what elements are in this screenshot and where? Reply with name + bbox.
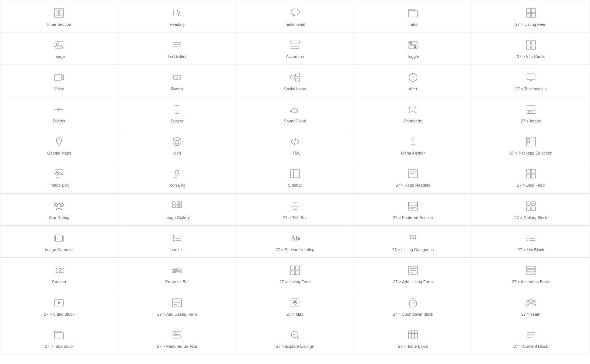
cell-27-add-listing-form-2[interactable]: 27 > Add Listing Form	[118, 290, 236, 322]
cell-icon[interactable]: Icon	[118, 129, 236, 161]
cell-spacer[interactable]: Spacer	[118, 97, 236, 129]
cell-label-27-add-listing-form-1: 27 > Add Listing Form	[393, 279, 433, 284]
cell-tabs[interactable]: Tabs	[354, 0, 472, 32]
svg-rect-28	[55, 74, 61, 80]
cell-27-listing-categories[interactable]: 27 > Listing Categories	[354, 226, 472, 258]
cell-27-image[interactable]: 27 > Image	[472, 97, 590, 129]
cell-27-accordion-block[interactable]: 27 > Accordion Block	[472, 258, 590, 290]
cell-video[interactable]: Video	[0, 65, 118, 97]
svg-rect-24	[527, 41, 530, 45]
cell-label-27-image: 27 > Image	[521, 118, 541, 124]
cell-heading[interactable]: Heading	[118, 0, 236, 32]
cell-label-27-package-selection: 27 > Package Selection	[510, 150, 552, 156]
cell-image[interactable]: Image	[0, 32, 118, 65]
cell-star-rating[interactable]: Star Rating	[0, 194, 118, 226]
cell-27-explore-listings[interactable]: 27 > Explore Listings	[236, 322, 354, 354]
cell-button[interactable]: Button	[118, 65, 236, 97]
cell-image-carousel[interactable]: Image Carousel	[0, 226, 118, 258]
cell-alert[interactable]: Alert	[354, 65, 472, 97]
cell-label-heading: Heading	[170, 22, 185, 27]
cell-divider[interactable]: Divider	[0, 97, 118, 129]
cell-27-list-block[interactable]: 27 > List Block	[472, 226, 590, 258]
cell-label-video: Video	[54, 86, 64, 91]
svg-rect-10	[55, 42, 63, 48]
cell-image-gallery[interactable]: Image Gallery	[118, 194, 236, 226]
icon-icon	[171, 136, 183, 148]
cell-social-icons[interactable]: Social Icons	[236, 65, 354, 97]
svg-point-114	[415, 238, 416, 239]
cell-text-editor[interactable]: Text Editor	[118, 32, 236, 65]
svg-rect-103	[62, 236, 64, 240]
cell-icon-list[interactable]: Icon List	[118, 226, 236, 258]
cell-html[interactable]: HTML	[236, 129, 354, 161]
cell-27-section-heading[interactable]: Abc27 > Section Heading	[236, 226, 354, 258]
cell-inner-section[interactable]: Inner Section	[0, 0, 118, 32]
svg-rect-100	[532, 207, 535, 211]
cell-27-info-cards[interactable]: 27 > Info Cards	[472, 32, 590, 65]
cell-27-title-bar[interactable]: 27 > Title Bar	[236, 194, 354, 226]
cell-label-27-content-block: 27 > Content Block	[514, 344, 548, 349]
cell-label-image-gallery: Image Gallery	[164, 215, 190, 220]
cell-27-table-block[interactable]: 27 > Table Block	[354, 322, 472, 354]
cell-label-tabs: Tabs	[409, 22, 417, 27]
cell-27-testimonials[interactable]: 27 > Testimonials	[472, 65, 590, 97]
listing-feed-icon	[525, 7, 537, 19]
svg-rect-31	[296, 73, 299, 77]
cell-icon-box[interactable]: Icon Box	[118, 161, 236, 193]
svg-rect-82	[176, 202, 178, 204]
cell-27-page-heading[interactable]: 27 > Page Heading	[354, 161, 472, 193]
html-icon	[289, 136, 301, 148]
cell-image-box[interactable]: Image Box	[0, 161, 118, 193]
cell-27-gallery-block[interactable]: 27 > Gallery Block	[472, 194, 590, 226]
svg-rect-76	[527, 174, 531, 178]
cell-27-listing-feed-2[interactable]: 27 > Listing Feed	[236, 258, 354, 290]
svg-point-113	[412, 238, 414, 239]
cell-toggle[interactable]: Toggle	[354, 32, 472, 65]
toggle-icon	[407, 39, 419, 51]
cell-label-27-blog-feed: 27 > Blog Feed	[517, 183, 545, 188]
cell-label-sidebar: Sidebar	[288, 183, 302, 188]
cell-menu-anchor[interactable]: Menu Anchor	[354, 129, 472, 161]
shortcode-icon: [...]	[407, 104, 419, 115]
cell-label-shortcode: Shortcode	[404, 118, 422, 124]
map-icon	[289, 297, 301, 309]
text-editor-icon	[171, 39, 183, 51]
cell-27-team[interactable]: 27 > Team	[472, 290, 590, 322]
cell-accordion[interactable]: Accordion	[236, 32, 354, 65]
cell-label-testimonial: Testimonial	[285, 22, 305, 27]
cell-shortcode[interactable]: [...]Shortcode	[354, 97, 472, 129]
cell-label-27-section-heading: 27 > Section Heading	[275, 247, 315, 252]
svg-marker-142	[58, 301, 61, 304]
gallery-block-icon	[525, 200, 537, 212]
cell-27-listing-feed-1[interactable]: 27 > Listing Feed	[472, 0, 590, 32]
cell-27-add-listing-form-1[interactable]: 27 > Add Listing Form	[354, 258, 472, 290]
cell-progress-bar[interactable]: Progress Bar	[118, 258, 236, 290]
svg-rect-138	[527, 266, 535, 268]
cell-27-package-selection[interactable]: 27 > Package Selection	[472, 129, 590, 161]
cell-label-27-gallery-block: 27 > Gallery Block	[514, 215, 548, 220]
cell-27-map[interactable]: 27 > Map	[236, 290, 354, 322]
cell-27-blog-feed[interactable]: 27 > Blog Feed	[472, 161, 590, 193]
image-icon	[53, 39, 65, 51]
cell-27-content-block[interactable]: 27 > Content Block	[472, 322, 590, 354]
cell-label-social-icons: Social Icons	[284, 86, 306, 91]
svg-rect-156	[55, 333, 63, 339]
cell-27-featured-section[interactable]: 27 > Featured Section	[354, 194, 472, 226]
cell-google-maps[interactable]: Google Maps	[0, 129, 118, 161]
svg-point-106	[173, 238, 174, 239]
svg-rect-101	[56, 235, 62, 242]
cell-label-27-listing-feed-1: 27 > Listing Feed	[515, 22, 546, 27]
listing-categories-icon	[407, 232, 419, 244]
cell-27-tabs-block[interactable]: 27 > Tabs Block	[0, 322, 118, 354]
cell-sidebar[interactable]: Sidebar	[236, 161, 354, 193]
svg-rect-133	[295, 271, 299, 275]
cell-soundcloud[interactable]: SoundCloud	[236, 97, 354, 129]
table-block-icon	[407, 329, 419, 341]
cell-27-countdown-block[interactable]: 27 > Countdown Block	[354, 290, 472, 322]
cell-27-video-block[interactable]: 27 > Video Block	[0, 290, 118, 322]
cell-label-27-title-bar: 27 > Title Bar	[283, 215, 307, 220]
svg-text:[...]: [...]	[409, 107, 417, 113]
cell-testimonial[interactable]: Testimonial	[236, 0, 354, 32]
cell-counter[interactable]: 123Counter	[0, 258, 118, 290]
cell-27-featured-service[interactable]: 27 > Featured Service	[118, 322, 236, 354]
